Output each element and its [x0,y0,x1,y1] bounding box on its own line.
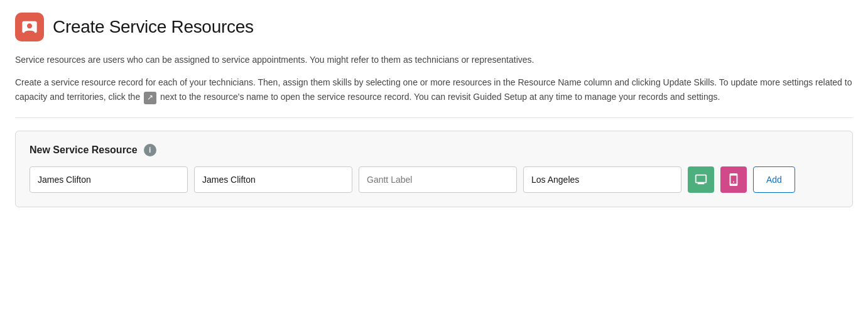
resource-fields-row: Add [30,166,838,193]
description-block: Service resources are users who can be a… [15,53,853,105]
header-row: Create Service Resources [15,13,853,41]
resource-card: New Service Resource i [15,131,853,207]
add-button[interactable]: Add [753,166,795,193]
app-icon [15,13,44,41]
gantt-label-input[interactable] [359,166,517,193]
page-container: Create Service Resources Service resourc… [15,13,853,207]
description-line2-part2: next to the resource's name to open the … [160,92,720,102]
external-link-icon [144,92,156,104]
info-icon[interactable]: i [144,144,156,156]
section-divider [15,117,853,118]
resource-card-header: New Service Resource i [30,144,838,156]
resource-card-title: New Service Resource [30,144,138,156]
name-input[interactable] [30,166,188,193]
resource-name-input[interactable] [194,166,352,193]
mobile-icon-button[interactable] [720,166,747,193]
location-input[interactable] [523,166,681,193]
description-line1: Service resources are users who can be a… [15,53,853,67]
page-title: Create Service Resources [53,17,254,37]
monitor-icon-button[interactable] [688,166,714,193]
description-line2: Create a service resource record for eac… [15,75,853,104]
